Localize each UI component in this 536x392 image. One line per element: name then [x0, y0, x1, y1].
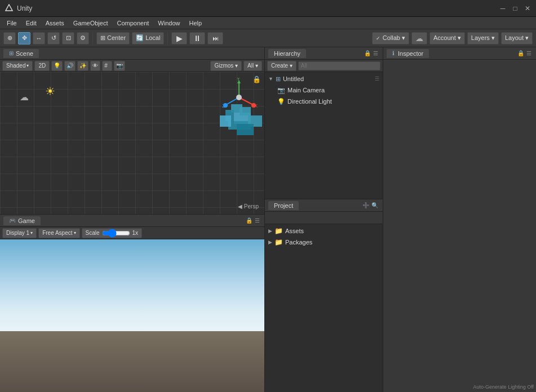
- game-view: 🎮 Game 🔒 ☰ Display 1 ▾ Free Aspect ▾: [0, 215, 264, 392]
- display-dropdown[interactable]: Display 1 ▾: [2, 228, 37, 238]
- grid-toggle[interactable]: #: [102, 61, 112, 71]
- hierarchy-search[interactable]: [298, 61, 380, 70]
- game-toolbar: Display 1 ▾ Free Aspect ▾ Scale 1x: [0, 227, 264, 239]
- light-label: Directional Light: [287, 98, 332, 105]
- assets-label: Assets: [285, 228, 304, 234]
- sun-icon: ☀: [45, 84, 55, 98]
- packages-folder-icon: 📁: [274, 238, 283, 246]
- minimize-button[interactable]: ─: [499, 5, 507, 12]
- hand-tool-button[interactable]: ⊕: [3, 32, 16, 44]
- inspector-tab-bar: ℹ Inspector 🔒 ☰: [383, 47, 536, 60]
- pause-button[interactable]: ⏸: [189, 32, 205, 44]
- game-canvas[interactable]: [0, 239, 264, 392]
- menu-bar: File Edit Assets GameObject Component Wi…: [0, 17, 536, 29]
- scale-control[interactable]: Scale 1x: [82, 228, 143, 238]
- game-tab-icons: 🔒 ☰: [246, 217, 261, 224]
- packages-label: Packages: [285, 239, 312, 246]
- hierarchy-tab-bar: Hierarchy 🔒 ☰: [265, 47, 383, 60]
- toolbar: ⊕ ✥ ↔ ↺ ⊡ ⚙ ⊞ Center 🔄 Local ▶ ⏸ ⏭ ✓ Col…: [0, 29, 536, 47]
- scale-tool-button[interactable]: ↺: [47, 32, 60, 44]
- 2d-toggle[interactable]: 2D: [34, 61, 50, 71]
- scale-slider[interactable]: [102, 230, 130, 236]
- svg-rect-16: [220, 115, 231, 127]
- packages-arrow-icon: ▶: [268, 239, 272, 245]
- hierarchy-scene-item[interactable]: ▼ ⊞ Untitled ☰: [265, 73, 383, 84]
- local-dropdown[interactable]: 🔄 Local: [132, 32, 164, 44]
- project-assets-item[interactable]: ▶ 📁 Assets: [265, 225, 383, 237]
- scene-label: Untitled: [283, 75, 304, 82]
- gizmos-dropdown[interactable]: Gizmos ▾: [210, 61, 242, 71]
- inspector-tab[interactable]: ℹ Inspector: [387, 49, 429, 58]
- inspector-panel: ℹ Inspector 🔒 ☰: [383, 47, 536, 392]
- play-button[interactable]: ▶: [171, 32, 187, 44]
- menu-file[interactable]: File: [2, 19, 21, 28]
- layout-dropdown[interactable]: Layout ▾: [501, 32, 533, 44]
- ground-area: [0, 331, 264, 392]
- hidden-toggle[interactable]: 👁: [90, 61, 100, 71]
- cloud-button[interactable]: ☁: [411, 32, 427, 44]
- title-bar: Unity ─ □ ✕: [0, 0, 536, 17]
- hierarchy-lock-icon: 🔒: [364, 50, 371, 56]
- audio-toggle[interactable]: 🔊: [64, 61, 76, 71]
- project-packages-item[interactable]: ▶ 📁 Packages: [265, 237, 383, 248]
- menu-assets[interactable]: Assets: [41, 19, 69, 28]
- hierarchy-panel: Hierarchy 🔒 ☰ Create ▾ ▼ ⊞ Untitled: [265, 47, 383, 199]
- menu-help[interactable]: Help: [184, 19, 206, 28]
- hierarchy-items: ▼ ⊞ Untitled ☰ 📷 Main Camera 💡 Direction…: [265, 72, 383, 108]
- hierarchy-scene-menu: ☰: [375, 76, 379, 82]
- fx-toggle[interactable]: ✨: [77, 61, 88, 71]
- persp-label: ◀ Persp: [238, 203, 259, 210]
- account-dropdown[interactable]: Account ▾: [429, 32, 465, 44]
- menu-component[interactable]: Component: [112, 19, 153, 28]
- all-layers-dropdown[interactable]: All ▾: [243, 61, 262, 71]
- close-button[interactable]: ✕: [524, 5, 531, 12]
- middle-panel: Hierarchy 🔒 ☰ Create ▾ ▼ ⊞ Untitled: [265, 47, 383, 392]
- svg-rect-14: [240, 107, 251, 115]
- move-tool-button[interactable]: ✥: [18, 32, 30, 44]
- inspector-content: [383, 60, 536, 392]
- shading-dropdown[interactable]: Shaded ▾: [2, 61, 33, 71]
- project-tab-bar: Project ➕ 🔍: [265, 199, 383, 212]
- game-lock-icon: 🔒: [246, 217, 253, 224]
- hierarchy-menu-icon: ☰: [373, 50, 378, 56]
- assets-arrow-icon: ▶: [268, 228, 272, 234]
- scene-lock-icon: 🔒: [253, 75, 261, 83]
- menu-edit[interactable]: Edit: [21, 19, 41, 28]
- project-toolbar: [265, 212, 383, 224]
- project-tab[interactable]: Project: [268, 201, 299, 210]
- svg-point-7: [236, 95, 242, 100]
- step-button[interactable]: ⏭: [207, 32, 223, 44]
- scene-tab[interactable]: ⊞ Scene: [3, 49, 39, 58]
- hierarchy-tab[interactable]: Hierarchy: [268, 49, 306, 58]
- hierarchy-camera-item[interactable]: 📷 Main Camera: [274, 84, 383, 96]
- scene-toolbar: Shaded ▾ 2D 💡 🔊 ✨ 👁 # 📷 Gizmos ▾ All ▾: [0, 60, 264, 72]
- project-add-icon: ➕: [362, 202, 369, 208]
- camera-toggle[interactable]: 📷: [114, 61, 125, 71]
- scene-tab-bar: ⊞ Scene: [0, 47, 264, 60]
- hierarchy-light-item[interactable]: 💡 Directional Light: [274, 96, 383, 107]
- project-items: ▶ 📁 Assets ▶ 📁 Packages: [265, 224, 383, 249]
- layers-dropdown[interactable]: Layers ▾: [467, 32, 499, 44]
- camera-icon: 📷: [277, 87, 285, 94]
- collab-button[interactable]: ✓ Collab ▾: [372, 32, 409, 44]
- aspect-dropdown[interactable]: Free Aspect ▾: [38, 228, 79, 238]
- project-search-icon: 🔍: [371, 202, 378, 208]
- light-icon: 💡: [277, 98, 285, 105]
- rotate-tool-button[interactable]: ↔: [33, 32, 45, 44]
- inspector-menu-icon: ☰: [526, 50, 531, 56]
- game-tab[interactable]: 🎮 Game: [3, 216, 41, 225]
- drag-overlay: [214, 104, 271, 149]
- left-panel: ⊞ Scene Shaded ▾ 2D 💡 🔊 ✨ 👁 # 📷: [0, 47, 265, 392]
- app-title: Unity: [17, 5, 499, 12]
- inspector-lock-icon: 🔒: [517, 50, 524, 56]
- create-dropdown[interactable]: Create ▾: [267, 61, 296, 71]
- game-tab-bar: 🎮 Game 🔒 ☰: [0, 215, 264, 227]
- sky-area: [0, 239, 264, 331]
- rect-tool-button[interactable]: ⊡: [62, 32, 74, 44]
- transform-tool-button[interactable]: ⚙: [77, 32, 89, 44]
- menu-gameobject[interactable]: GameObject: [69, 19, 113, 28]
- lighting-toggle[interactable]: 💡: [51, 61, 63, 71]
- center-dropdown[interactable]: ⊞ Center: [96, 32, 130, 44]
- maximize-button[interactable]: □: [511, 5, 519, 12]
- menu-window[interactable]: Window: [153, 19, 184, 28]
